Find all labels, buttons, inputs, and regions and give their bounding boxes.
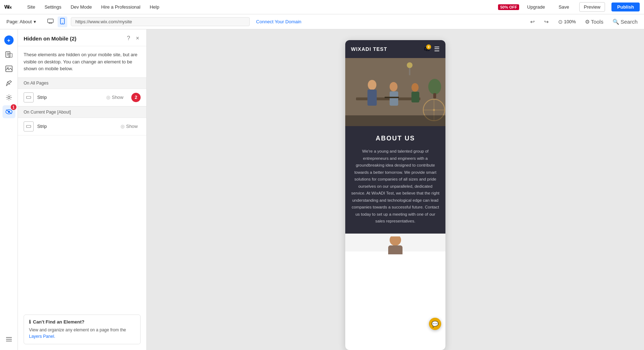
svg-rect-23 bbox=[26, 96, 31, 99]
strip-1-show-button[interactable]: ◎ Show bbox=[103, 94, 126, 101]
about-title: ABOUT US bbox=[351, 135, 440, 142]
svg-rect-2 bbox=[48, 19, 53, 23]
undo-button[interactable]: ↩ bbox=[527, 17, 538, 27]
search-icon: 🔍 bbox=[613, 19, 619, 25]
canvas-area: WIXADI TEST 🛍 0 ☰ bbox=[147, 29, 644, 350]
tools-label: Tools bbox=[591, 19, 603, 25]
nav-right-controls: ↩ ↪ ⊙ 100% ⚙ Tools 🔍 Search bbox=[527, 17, 640, 27]
main-area: + 1 Hidden on Mobile (2) ? × bbox=[0, 29, 644, 350]
about-text: We're a young and talented group of entr… bbox=[351, 148, 440, 225]
view-toggle bbox=[45, 16, 67, 27]
nav-dev-mode[interactable]: Dev Mode bbox=[69, 4, 93, 10]
mobile-view-button[interactable] bbox=[58, 16, 67, 27]
svg-rect-8 bbox=[6, 52, 10, 57]
sidebar-item-layers[interactable] bbox=[3, 333, 15, 346]
strip-2-show-button[interactable]: ◎ Show bbox=[118, 123, 141, 130]
zoom-icon: ⊙ bbox=[558, 19, 563, 25]
strip-1-name: Strip bbox=[37, 95, 100, 100]
svg-rect-28 bbox=[367, 90, 377, 106]
svg-text:ix: ix bbox=[9, 5, 12, 9]
panel-header-icons: ? × bbox=[126, 34, 141, 42]
chat-icon: 💬 bbox=[431, 321, 439, 327]
svg-rect-32 bbox=[411, 92, 419, 102]
nav-settings[interactable]: Settings bbox=[43, 4, 63, 10]
hero-image bbox=[345, 58, 445, 126]
tools-icon: ⚙ bbox=[585, 19, 590, 25]
strip-2-row: Strip ◎ Show bbox=[18, 118, 146, 135]
hidden-badge: 1 bbox=[11, 104, 16, 110]
nav-help[interactable]: Help bbox=[148, 4, 161, 10]
hidden-mobile-panel: Hidden on Mobile (2) ? × These elements … bbox=[18, 29, 147, 350]
redo-button[interactable]: ↪ bbox=[541, 17, 552, 27]
chat-fab-button[interactable]: 💬 bbox=[429, 318, 441, 330]
about-section: ABOUT US We're a young and talented grou… bbox=[345, 126, 445, 234]
search-label: Search bbox=[620, 19, 638, 25]
svg-rect-12 bbox=[9, 53, 12, 57]
add-element-button[interactable]: + bbox=[3, 34, 15, 47]
sidebar-item-pages[interactable] bbox=[3, 48, 15, 61]
svg-point-29 bbox=[390, 82, 397, 91]
panel-description: These elements are hidden on your mobile… bbox=[18, 46, 146, 77]
panel-header: Hidden on Mobile (2) ? × bbox=[18, 29, 146, 46]
discount-badge: 50% OFF bbox=[498, 4, 519, 10]
svg-point-40 bbox=[407, 62, 413, 68]
tools-button[interactable]: ⚙ Tools bbox=[582, 17, 606, 27]
page-selector[interactable]: Page: About ▾ bbox=[4, 18, 39, 26]
cant-find-title: ℹ Can't Find an Element? bbox=[29, 319, 135, 325]
svg-point-43 bbox=[390, 236, 401, 246]
wix-logo-icon: W ix bbox=[4, 3, 19, 11]
zoom-button[interactable]: ⊙ 100% bbox=[555, 17, 579, 27]
panel-close-button[interactable]: × bbox=[135, 34, 141, 42]
strip-2-name: Strip bbox=[37, 124, 114, 129]
desktop-view-button[interactable] bbox=[45, 16, 56, 27]
svg-point-7 bbox=[62, 23, 63, 23]
strip-1-icon bbox=[24, 92, 34, 102]
eye-icon-1: ◎ bbox=[106, 95, 110, 100]
cant-find-box: ℹ Can't Find an Element? View and organi… bbox=[24, 315, 141, 344]
zoom-level: 100% bbox=[564, 19, 576, 24]
panel-help-button[interactable]: ? bbox=[126, 34, 132, 42]
sidebar-item-settings[interactable] bbox=[3, 91, 15, 104]
nav-hire[interactable]: Hire a Professional bbox=[100, 4, 142, 10]
mobile-preview: WIXADI TEST 🛍 0 ☰ bbox=[345, 40, 445, 350]
mobile-site-name: WIXADI TEST bbox=[351, 46, 387, 52]
second-nav: Page: About ▾ https://www.wix.com/mysite… bbox=[0, 14, 644, 29]
layers-panel-link[interactable]: Layers Panel. bbox=[29, 334, 55, 339]
svg-rect-42 bbox=[345, 115, 445, 126]
badge-2: 2 bbox=[131, 93, 141, 102]
svg-point-38 bbox=[428, 79, 441, 95]
mobile-bottom bbox=[345, 234, 445, 251]
connect-domain-link[interactable]: Connect Your Domain bbox=[256, 19, 301, 24]
page-label: Page: About bbox=[6, 19, 32, 24]
svg-rect-44 bbox=[388, 245, 402, 254]
svg-rect-39 bbox=[433, 93, 436, 99]
sidebar-item-hidden[interactable]: 1 bbox=[3, 105, 15, 118]
upgrade-link[interactable]: Upgrade bbox=[527, 4, 545, 10]
svg-point-27 bbox=[368, 80, 376, 90]
svg-rect-41 bbox=[409, 68, 410, 75]
bottom-person-svg bbox=[381, 236, 410, 254]
preview-button[interactable]: Preview bbox=[579, 2, 605, 12]
mobile-header: WIXADI TEST 🛍 0 ☰ bbox=[345, 40, 445, 58]
panel-title: Hidden on Mobile (2) bbox=[24, 35, 77, 42]
search-button[interactable]: 🔍 Search bbox=[610, 17, 640, 27]
svg-rect-33 bbox=[385, 97, 399, 98]
info-icon: ℹ bbox=[29, 319, 31, 325]
cart-badge: 0 bbox=[426, 44, 431, 49]
svg-rect-24 bbox=[26, 125, 31, 128]
svg-point-16 bbox=[8, 96, 10, 99]
top-nav: W ix Site Settings Dev Mode Hire a Profe… bbox=[0, 0, 644, 14]
section-current-page: On Current Page [About] bbox=[18, 106, 146, 118]
sidebar-item-design[interactable] bbox=[3, 77, 15, 90]
add-icon[interactable]: + bbox=[4, 35, 14, 45]
hero-scene-svg bbox=[345, 58, 445, 126]
mobile-header-icons: 🛍 0 ☰ bbox=[424, 45, 440, 53]
hamburger-icon: ☰ bbox=[434, 45, 440, 53]
publish-button[interactable]: Publish bbox=[611, 3, 640, 11]
save-button[interactable]: Save bbox=[555, 3, 573, 11]
nav-site[interactable]: Site bbox=[26, 4, 36, 10]
sidebar-item-media[interactable] bbox=[3, 62, 15, 75]
section-all-pages: On All Pages bbox=[18, 77, 146, 89]
cart-icon-wrap: 🛍 0 bbox=[424, 46, 430, 52]
svg-rect-30 bbox=[390, 91, 398, 106]
